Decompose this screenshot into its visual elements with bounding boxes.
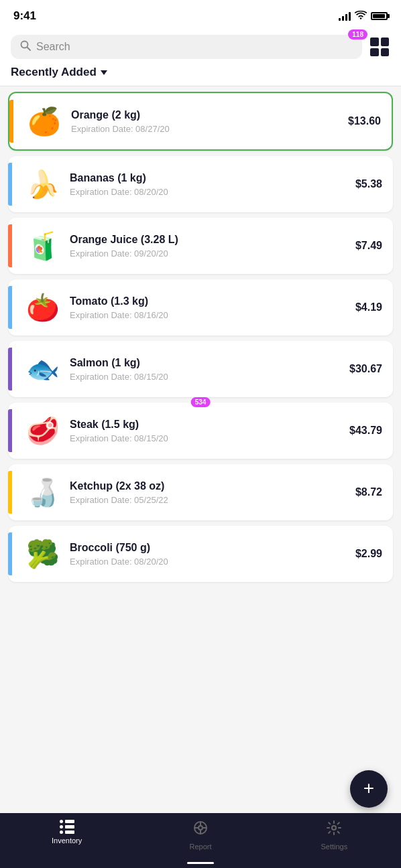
add-icon: + bbox=[363, 779, 374, 798]
item-name: Ketchup (2x 38 oz) bbox=[70, 480, 350, 492]
item-name: Orange (2 kg) bbox=[71, 109, 343, 121]
item-name: Broccoli (750 g) bbox=[70, 542, 350, 554]
nav-label-inventory: Inventory bbox=[52, 837, 82, 845]
list-item[interactable]: 🍶Ketchup (2x 38 oz)Expiration Date: 05/2… bbox=[8, 464, 393, 520]
item-image: 🐟 bbox=[24, 350, 62, 388]
list-item[interactable]: 🐟Salmon (1 kg)Expiration Date: 08/15/20$… bbox=[8, 341, 393, 397]
item-name: Steak (1.5 kg) bbox=[70, 419, 344, 431]
item-name: Salmon (1 kg) bbox=[70, 357, 344, 369]
grid-dot bbox=[370, 38, 379, 46]
item-info: Ketchup (2x 38 oz)Expiration Date: 05/25… bbox=[70, 480, 350, 505]
item-expiry: Expiration Date: 09/20/20 bbox=[70, 248, 350, 259]
item-image: 🍶 bbox=[24, 474, 62, 511]
signal-icon bbox=[339, 11, 351, 21]
item-price: $8.72 bbox=[355, 486, 382, 498]
item-accent-bar bbox=[9, 100, 13, 143]
item-info: Broccoli (750 g)Expiration Date: 08/20/2… bbox=[70, 542, 350, 567]
list-item[interactable]: 🍌Bananas (1 kg)Expiration Date: 08/20/20… bbox=[8, 156, 393, 212]
report-icon bbox=[192, 820, 209, 840]
item-info: Tomato (1.3 kg)Expiration Date: 08/16/20 bbox=[70, 295, 350, 320]
status-bar: 9:41 bbox=[0, 0, 401, 29]
item-image: 🧃 bbox=[24, 227, 62, 265]
item-price: $7.49 bbox=[355, 240, 382, 252]
svg-point-3 bbox=[198, 826, 203, 830]
list-item[interactable]: 🧃Orange Juice (3.28 L)Expiration Date: 0… bbox=[8, 218, 393, 274]
item-info: Orange (2 kg)Expiration Date: 08/27/20 bbox=[71, 109, 343, 134]
item-name: Bananas (1 kg) bbox=[70, 172, 350, 184]
item-price: $13.60 bbox=[348, 115, 381, 127]
item-accent-bar bbox=[8, 532, 12, 575]
item-accent-bar bbox=[8, 348, 12, 390]
item-expiry: Expiration Date: 08/27/20 bbox=[71, 124, 343, 134]
item-name: Tomato (1.3 kg) bbox=[70, 295, 350, 307]
svg-line-1 bbox=[27, 48, 31, 51]
search-badge: 118 bbox=[348, 29, 367, 40]
item-image: 🍊 bbox=[25, 102, 63, 140]
list-item[interactable]: 🍅Tomato (1.3 kg)Expiration Date: 08/16/2… bbox=[8, 279, 393, 336]
item-price: $4.19 bbox=[355, 301, 382, 313]
grid-dot bbox=[381, 48, 390, 57]
item-name: Orange Juice (3.28 L) bbox=[70, 234, 350, 246]
item-expiry: Expiration Date: 08/20/20 bbox=[70, 187, 350, 197]
item-image: 🍌 bbox=[24, 165, 62, 203]
status-time: 9:41 bbox=[13, 9, 36, 23]
wifi-icon bbox=[355, 11, 367, 22]
sort-label: Recently Added bbox=[11, 66, 97, 79]
header: Search 118 Recently Added bbox=[0, 29, 401, 86]
item-badge: 534 bbox=[191, 397, 211, 407]
inventory-icon bbox=[60, 820, 74, 834]
item-expiry: Expiration Date: 08/15/20 bbox=[70, 372, 344, 382]
item-price: $2.99 bbox=[355, 548, 382, 560]
grid-dot bbox=[370, 48, 379, 57]
item-accent-bar bbox=[8, 471, 12, 514]
item-info: Salmon (1 kg)Expiration Date: 08/15/20 bbox=[70, 357, 344, 382]
nav-item-inventory[interactable]: Inventory bbox=[0, 820, 133, 845]
add-item-button[interactable]: + bbox=[350, 770, 388, 808]
item-info: Bananas (1 kg)Expiration Date: 08/20/20 bbox=[70, 172, 350, 197]
item-price: $30.67 bbox=[349, 363, 382, 375]
list-item[interactable]: 🍊Orange (2 kg)Expiration Date: 08/27/20$… bbox=[8, 92, 393, 151]
item-expiry: Expiration Date: 08/16/20 bbox=[70, 310, 350, 320]
bottom-nav: Inventory Report Settings bbox=[0, 813, 401, 868]
nav-item-report[interactable]: Report bbox=[133, 820, 267, 851]
item-accent-bar bbox=[8, 409, 12, 452]
battery-icon bbox=[371, 12, 388, 20]
item-price: $43.79 bbox=[349, 425, 382, 437]
item-accent-bar bbox=[8, 163, 12, 206]
item-accent-bar bbox=[8, 224, 12, 267]
home-indicator bbox=[187, 862, 214, 864]
list-item[interactable]: 534🥩Steak (1.5 kg)Expiration Date: 08/15… bbox=[8, 403, 393, 459]
search-icon bbox=[20, 40, 31, 54]
item-image: 🥦 bbox=[24, 535, 62, 573]
chevron-down-icon bbox=[101, 70, 107, 75]
item-expiry: Expiration Date: 05/25/22 bbox=[70, 495, 350, 505]
item-price: $5.38 bbox=[355, 178, 382, 190]
status-icons bbox=[339, 11, 388, 22]
item-image: 🥩 bbox=[24, 412, 62, 449]
nav-item-settings[interactable]: Settings bbox=[268, 820, 401, 851]
item-info: Steak (1.5 kg)Expiration Date: 08/15/20 bbox=[70, 419, 344, 443]
items-list: 🍊Orange (2 kg)Expiration Date: 08/27/20$… bbox=[0, 86, 401, 587]
list-item[interactable]: 🥦Broccoli (750 g)Expiration Date: 08/20/… bbox=[8, 526, 393, 582]
items-container: 🍊Orange (2 kg)Expiration Date: 08/27/20$… bbox=[0, 86, 401, 648]
item-image: 🍅 bbox=[24, 289, 62, 326]
search-row: Search 118 bbox=[11, 35, 390, 59]
nav-label-report: Report bbox=[189, 843, 211, 851]
nav-label-settings: Settings bbox=[321, 843, 347, 851]
grid-view-toggle[interactable] bbox=[369, 36, 390, 58]
search-placeholder: Search bbox=[36, 41, 70, 53]
search-bar[interactable]: Search 118 bbox=[11, 35, 362, 59]
item-expiry: Expiration Date: 08/20/20 bbox=[70, 557, 350, 567]
item-expiry: Expiration Date: 08/15/20 bbox=[70, 433, 344, 443]
sort-row[interactable]: Recently Added bbox=[11, 66, 390, 79]
svg-point-8 bbox=[332, 826, 336, 830]
item-accent-bar bbox=[8, 286, 12, 329]
settings-icon bbox=[326, 820, 342, 840]
grid-dot bbox=[381, 38, 390, 46]
item-info: Orange Juice (3.28 L)Expiration Date: 09… bbox=[70, 234, 350, 259]
